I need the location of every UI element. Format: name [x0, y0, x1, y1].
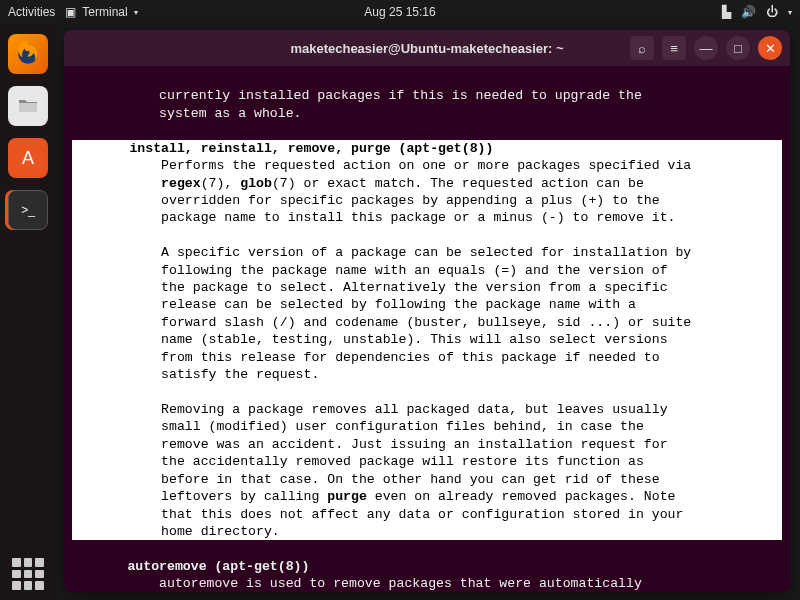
maximize-button[interactable]: □ [726, 36, 750, 60]
dock-software[interactable]: A [8, 138, 48, 178]
activities-button[interactable]: Activities [8, 5, 55, 19]
dock-terminal[interactable]: >_ [8, 190, 48, 230]
search-button[interactable]: ⌕ [630, 36, 654, 60]
window-title: maketecheasier@Ubuntu-maketecheasier: ~ [290, 41, 563, 56]
network-icon[interactable]: ▙ [722, 5, 731, 19]
chevron-down-icon: ▾ [134, 8, 138, 17]
menu-button[interactable]: ≡ [662, 36, 686, 60]
terminal-icon: ▣ [65, 5, 76, 19]
minimize-button[interactable]: — [694, 36, 718, 60]
shopping-bag-icon: A [22, 148, 34, 169]
close-button[interactable]: ✕ [758, 36, 782, 60]
maximize-icon: □ [734, 41, 742, 56]
terminal-content[interactable]: currently installed packages if this is … [64, 66, 790, 592]
man-text: currently installed packages if this is … [72, 88, 642, 120]
man-text: autoremove (apt-get(8)) autoremove is us… [72, 559, 642, 591]
chevron-down-icon[interactable]: ▾ [788, 8, 792, 17]
gnome-topbar: Activities ▣ Terminal ▾ Aug 25 15:16 ▙ 🔊… [0, 0, 800, 24]
terminal-window: maketecheasier@Ubuntu-maketecheasier: ~ … [64, 30, 790, 592]
minimize-icon: — [700, 41, 713, 56]
folder-icon [16, 94, 40, 118]
terminal-icon: >_ [21, 203, 35, 217]
show-applications-button[interactable] [12, 558, 44, 590]
power-icon[interactable]: ⏻ [766, 5, 778, 19]
clock[interactable]: Aug 25 15:16 [364, 5, 435, 19]
close-icon: ✕ [765, 41, 776, 56]
app-menu[interactable]: ▣ Terminal ▾ [65, 5, 137, 19]
volume-icon[interactable]: 🔊 [741, 5, 756, 19]
hamburger-icon: ≡ [670, 41, 678, 56]
firefox-icon [15, 41, 41, 67]
titlebar[interactable]: maketecheasier@Ubuntu-maketecheasier: ~ … [64, 30, 790, 66]
dock-files[interactable] [8, 86, 48, 126]
app-menu-label: Terminal [82, 5, 127, 19]
man-section-highlight: install, reinstall, remove, purge (apt-g… [72, 140, 782, 541]
dock-firefox[interactable] [8, 34, 48, 74]
dock: A >_ [0, 24, 56, 600]
search-icon: ⌕ [638, 41, 646, 56]
